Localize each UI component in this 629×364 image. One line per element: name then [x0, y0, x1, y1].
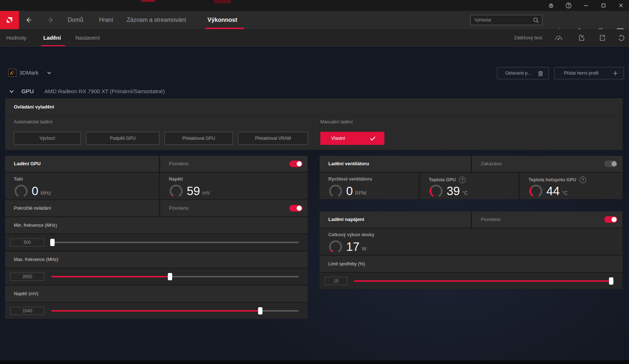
forward-arrow-icon[interactable]: [44, 11, 58, 29]
board-power-unit: W: [362, 246, 367, 252]
power-tuning-status-cell: Povoleno: [472, 211, 622, 228]
gpu-temp-label: Teplota GPU ?: [429, 177, 466, 183]
slider-thumb[interactable]: [168, 273, 172, 280]
search-input[interactable]: [474, 17, 533, 23]
import-profile-icon[interactable]: [578, 34, 586, 42]
power-tuning-toggle[interactable]: [604, 216, 617, 223]
nav-item-record-stream[interactable]: Záznam a streamování: [127, 11, 186, 29]
hotspot-temp-label: Teplota hotspotu GPU ?: [529, 177, 586, 183]
game-profile-chevron-down-icon[interactable]: [45, 69, 53, 77]
help-icon[interactable]: [562, 0, 575, 11]
advanced-control-label: Pokročilé ovládání: [14, 200, 51, 216]
tuning-control-panel: Ovládání vyladění Automatické ladění Výc…: [5, 98, 622, 150]
advanced-status-cell: Povoleno: [160, 200, 308, 216]
slider-thumb[interactable]: [258, 307, 262, 314]
nav-item-gaming[interactable]: Hraní: [99, 11, 113, 29]
voltage-mv-slider[interactable]: [51, 310, 298, 312]
custom-button-label: Vlastní: [331, 136, 345, 141]
power-limit-label-row: Limit spotřeby (%): [320, 256, 622, 272]
board-power-label: Celkový výkon desky: [328, 232, 374, 237]
search-box[interactable]: [470, 15, 542, 25]
bug-report-icon[interactable]: [545, 0, 557, 11]
performance-subnav: Hodnoty Ladění Nastavení Zátěžový test: [0, 29, 629, 47]
help-icon[interactable]: ?: [579, 177, 586, 183]
slider-thumb[interactable]: [609, 277, 613, 285]
auto-undervolt-gpu-button[interactable]: Podpětí GPU: [86, 132, 159, 145]
stress-test-label[interactable]: Zátěžový test: [514, 29, 542, 46]
maximize-button[interactable]: [597, 0, 610, 11]
voltage-mv-label-row: Napětí (mV): [5, 286, 308, 302]
fan-speed-unit: RPM: [355, 190, 366, 196]
search-icon: [533, 17, 539, 23]
tab-metrics[interactable]: Hodnoty: [6, 29, 27, 46]
voltage-mv-label: Napětí (mV): [14, 286, 38, 302]
gpu-section-chevron-down-icon[interactable]: [9, 87, 15, 96]
gpu-temp-unit: °C: [462, 190, 468, 196]
voltage-mv-slider-row: 1040: [5, 303, 308, 319]
gpu-temp-gauge: [429, 184, 443, 198]
power-limit-slider-row: 15: [320, 273, 622, 289]
add-game-profile-button[interactable]: Přidat herní profil: [554, 67, 624, 79]
amd-logo[interactable]: [0, 11, 19, 29]
fan-speed-gauge: [328, 184, 343, 198]
window-titlebar: [0, 0, 629, 11]
fan-speed-gauge-cell: Rychlost ventilátoru 0 RPM: [320, 173, 419, 199]
reset-icon[interactable]: [617, 34, 625, 42]
game-profile-name[interactable]: 3DMark: [19, 69, 39, 77]
max-frequency-label: Max. frekvence (MHz): [14, 252, 58, 268]
nav-item-home[interactable]: Domů: [68, 11, 83, 29]
main-navbar: Domů Hraní Záznam a streamování Výkonnos…: [0, 11, 629, 29]
tab-settings[interactable]: Nastavení: [75, 29, 100, 46]
back-arrow-icon[interactable]: [22, 11, 35, 29]
stress-test-gauge-icon[interactable]: [554, 34, 562, 42]
auto-default-button[interactable]: Výchozí: [14, 132, 81, 145]
manual-custom-button[interactable]: Vlastní: [320, 132, 384, 145]
min-frequency-slider[interactable]: [51, 242, 298, 243]
gpu-tuning-toggle[interactable]: [289, 161, 302, 167]
divider: [5, 116, 622, 116]
close-button[interactable]: [615, 0, 627, 11]
gpu-device-name: AMD Radeon RX 7900 XT (Primární/Samostat…: [44, 87, 165, 96]
fan-tuning-status-cell: Zakázáno: [472, 156, 622, 172]
board-power-gauge-cell: Celkový výkon desky 17 W: [320, 229, 622, 255]
max-frequency-slider-row: 2650: [5, 269, 308, 285]
share-export-icon[interactable]: [598, 34, 606, 42]
nav-item-performance[interactable]: Výkonnost: [207, 11, 237, 29]
fan-speed-value: 0: [346, 184, 353, 198]
titlebar-artifact: [141, 0, 155, 2]
tuning-control-title: Ovládání vyladění: [14, 98, 54, 116]
tab-tuning[interactable]: Ladění: [43, 29, 61, 46]
auto-overclock-vram-button[interactable]: Přetaktovat VRAM: [238, 132, 308, 145]
advanced-control-cell: Pokročilé ovládání: [5, 200, 159, 216]
voltage-mv-value[interactable]: 1040: [10, 307, 44, 315]
max-frequency-slider[interactable]: [51, 276, 298, 277]
fan-speed-label: Rychlost ventilátoru: [328, 177, 372, 182]
slider-thumb[interactable]: [50, 239, 55, 246]
fan-tuning-status: Zakázáno: [481, 156, 502, 172]
fan-tuning-title: Ladění ventilátoru: [328, 156, 369, 172]
clock-gauge: [14, 184, 28, 198]
power-tuning-title: Ladění napájení: [328, 211, 364, 228]
remove-profile-button[interactable]: Odstranit p...: [497, 67, 549, 79]
power-tuning-status: Povoleno: [481, 211, 501, 228]
voltage-label: Napětí: [169, 177, 183, 182]
fan-tuning-toggle[interactable]: [604, 161, 617, 167]
power-limit-value[interactable]: 15: [325, 277, 347, 285]
advanced-control-toggle[interactable]: [289, 205, 302, 211]
help-icon[interactable]: ?: [459, 177, 466, 183]
3dmark-logo-icon[interactable]: [8, 69, 16, 77]
minimize-button[interactable]: [580, 0, 592, 11]
clock-unit: MHz: [40, 190, 51, 196]
gpu-tuning-status: Povoleno: [169, 156, 189, 172]
auto-overclock-gpu-button[interactable]: Přetaktovat GPU: [165, 132, 233, 145]
gpu-tuning-header: Ladění GPU: [5, 156, 159, 172]
power-limit-slider[interactable]: [354, 280, 614, 282]
bottom-edge-bar: [0, 360, 629, 364]
min-frequency-slider-row: 500: [5, 234, 308, 250]
titlebar-artifact: [214, 0, 231, 3]
min-frequency-value[interactable]: 500: [10, 238, 44, 246]
gpu-tuning-panel: Ladění GPU Povoleno Takt 0 MHz Napětí: [5, 156, 308, 319]
voltage-unit: mV: [202, 190, 210, 196]
max-frequency-value[interactable]: 2650: [10, 273, 44, 281]
check-icon: [370, 136, 376, 141]
